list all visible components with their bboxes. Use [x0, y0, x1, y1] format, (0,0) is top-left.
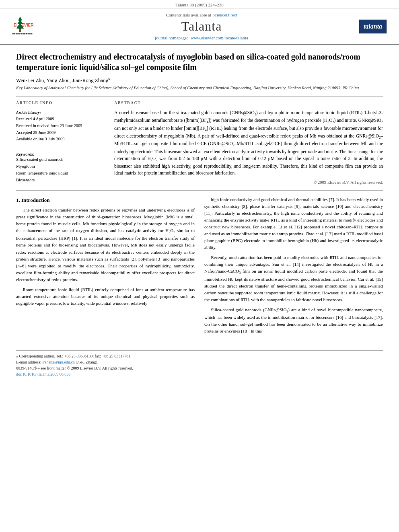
issn-text: 0039-9140/$ – see front matter © 2009 El…	[16, 366, 133, 370]
received-revised-date: Received in revised form 23 June 2009	[16, 123, 105, 129]
body-left-col: 1. Introduction The direct electron tran…	[16, 196, 195, 338]
info-abstract-section: Article Info Article history: Received 4…	[16, 101, 383, 185]
copyright-line: © 2009 Elsevier B.V. All rights reserved…	[114, 180, 383, 185]
svg-text:■■■■■■■■■■■■: ■■■■■■■■■■■■	[12, 32, 33, 35]
obtained-word: obtained	[327, 134, 343, 138]
abstract-col: Abstract A novel biosensor based on the …	[114, 101, 383, 185]
article-history: Article history: Received 4 April 2009 R…	[16, 109, 105, 143]
email-note: (J.-R. Zhang).	[76, 360, 98, 364]
keywords-block: Keywords: Silica-coated gold nanorods My…	[16, 152, 105, 183]
body-divider	[16, 190, 383, 191]
abstract-header: Abstract	[114, 101, 383, 106]
keyword-2: Myoglobin	[16, 163, 105, 170]
talanta-badge: talanta	[359, 19, 387, 34]
homepage-url[interactable]: www.elsevier.com/locate/talanta	[191, 35, 248, 40]
affiliation: Key Laboratory of Analytical Chemistry f…	[16, 85, 383, 91]
doi-text[interactable]: doi:10.1016/j.talanta.2009.06.056	[16, 372, 70, 376]
science-direct-link[interactable]: ScienceDirect	[212, 12, 237, 17]
divider-kw	[16, 147, 105, 147]
footer: ⁎ Corresponding author. Tel.: +86 25 836…	[16, 350, 383, 377]
footnote-email: E-mail address: jrzhang@nju.edu.cn (J.-R…	[16, 359, 383, 365]
email-address[interactable]: jrzhang@nju.edu.cn	[42, 360, 75, 364]
journal-citation: Talanta 80 (2009) 224–230	[0, 0, 399, 8]
body-para-1: The direct electron transfer between red…	[16, 207, 195, 283]
keyword-3: Room temperature ionic liquid	[16, 170, 105, 177]
history-label: Article history:	[16, 109, 105, 116]
body-section: 1. Introduction The direct electron tran…	[16, 196, 383, 338]
elsevier-logo: ELSEVIER ■■■■■■■■■■■■	[12, 14, 44, 38]
article-title: Direct electrochemistry and electrocatal…	[16, 51, 383, 72]
svg-text:ELSEVIER: ELSEVIER	[14, 23, 34, 27]
science-direct-line: Contents lists available at ScienceDirec…	[48, 12, 355, 17]
main-content: Direct electrochemistry and electrocatal…	[0, 45, 399, 346]
footnote-issn: 0039-9140/$ – see front matter © 2009 El…	[16, 365, 383, 371]
received-date: Received 4 April 2009	[16, 116, 105, 123]
body-para-4: Recently, much attention has been paid t…	[204, 254, 383, 303]
body-para-5: Silica-coated gold nanorods (GNRs@SiO2) …	[204, 306, 383, 335]
available-date: Available online 3 July 2009	[16, 136, 105, 143]
section1-title: 1. Introduction	[16, 196, 195, 204]
body-para-2: Room temperature ionic liquid (RTIL) ent…	[16, 286, 195, 307]
star-note: ⁎ Corresponding author. Tel.: +86 25 836…	[16, 354, 132, 358]
keyword-1: Silica-coated gold nanorods	[16, 156, 105, 163]
body-para-3: high ionic conductivity and good chemica…	[204, 196, 383, 251]
article-info-header: Article Info	[16, 101, 105, 106]
article-info-label: Article Info	[16, 101, 53, 105]
page: Talanta 80 (2009) 224–230 ELSEVIER ■■■■■…	[0, 0, 399, 532]
footnote-doi: doi:10.1016/j.talanta.2009.06.056	[16, 371, 383, 377]
abstract-text: A novel biosensor based on the silica-co…	[114, 109, 383, 177]
svg-rect-5	[19, 29, 21, 32]
body-right-col: high ionic conductivity and good chemica…	[204, 196, 383, 338]
journal-homepage: journal homepage: www.elsevier.com/locat…	[48, 35, 355, 40]
email-label: E-mail address:	[16, 360, 41, 364]
accepted-date: Accepted 25 June 2009	[16, 129, 105, 136]
divider-1	[16, 96, 383, 97]
keywords-header: Keywords:	[16, 152, 105, 156]
keyword-4: Biosensors	[16, 177, 105, 184]
homepage-label: journal homepage:	[155, 35, 188, 40]
badge-title: talanta	[362, 23, 384, 30]
authors-line: Wen-Lei Zhu, Yang Zhou, Jian-Rong Zhang⁎	[16, 76, 383, 84]
corresponding-marker: ⁎	[108, 76, 110, 81]
citation-text: Talanta 80 (2009) 224–230	[175, 2, 223, 7]
journal-title: Talanta	[48, 19, 355, 34]
abstract-label: Abstract	[114, 101, 141, 105]
footnote-corresponding: ⁎ Corresponding author. Tel.: +86 25 836…	[16, 353, 383, 359]
journal-center: Contents lists available at ScienceDirec…	[48, 12, 355, 40]
science-direct-label: Contents lists available at	[166, 12, 212, 17]
authors-text: Wen-Lei Zhu, Yang Zhou, Jian-Rong Zhang	[16, 77, 108, 83]
article-info-col: Article Info Article history: Received 4…	[16, 101, 105, 185]
journal-header: ELSEVIER ■■■■■■■■■■■■ Contents lists ava…	[0, 8, 399, 45]
